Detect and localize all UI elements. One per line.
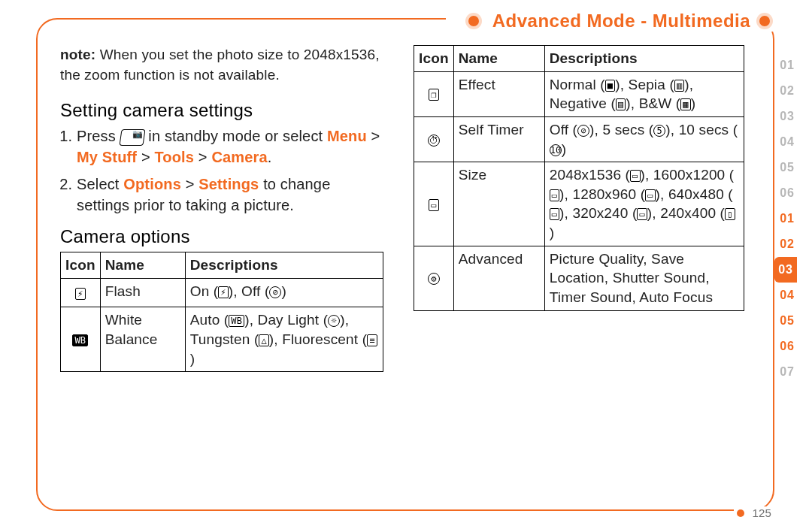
side-tab-01[interactable]: 01 bbox=[777, 53, 797, 78]
side-tab-06[interactable]: 06 bbox=[777, 180, 797, 206]
side-tab-01[interactable]: 01 bbox=[777, 206, 797, 231]
fx-neg-icon: ▤ bbox=[616, 98, 626, 110]
cell-icon: ❐ bbox=[414, 71, 454, 116]
dot-icon bbox=[759, 16, 770, 26]
table-row: ❐EffectNormal (■), Sepia (▥), Negative (… bbox=[414, 71, 744, 116]
wb-icon: WB bbox=[72, 334, 88, 346]
side-tab-05[interactable]: 05 bbox=[777, 308, 797, 334]
sz-240-icon: ▯ bbox=[725, 208, 735, 220]
cell-name: Self Timer bbox=[453, 116, 544, 162]
table-row: ⚡FlashOn (⚡), Off (⊘) bbox=[61, 278, 383, 307]
sz-320-icon: ▭ bbox=[637, 208, 647, 220]
cell-name: Advanced bbox=[453, 246, 544, 310]
size-icon: ▭ bbox=[429, 199, 438, 211]
dot-icon bbox=[737, 509, 744, 517]
fx-norm-icon: ■ bbox=[605, 80, 615, 92]
step-1: Press in standby mode or select Menu > M… bbox=[77, 125, 383, 168]
timer-icon: ⏱ bbox=[428, 135, 440, 147]
cell-desc: On (⚡), Off (⊘) bbox=[185, 278, 383, 307]
side-tab-04[interactable]: 04 bbox=[777, 129, 797, 155]
wb-auto-icon: WB bbox=[229, 315, 244, 327]
footer: 125 bbox=[734, 506, 774, 519]
sz-640-icon: ▭ bbox=[550, 208, 559, 220]
cell-name: Effect bbox=[453, 71, 544, 116]
th-name: Name bbox=[100, 252, 185, 279]
heading-setting-camera: Setting camera settings bbox=[60, 100, 383, 121]
camera-options-table-2: Icon Name Descriptions ❐EffectNormal (■)… bbox=[414, 45, 744, 311]
th-name: Name bbox=[453, 46, 544, 72]
cell-icon: ⚡ bbox=[61, 278, 101, 307]
cell-name: White Balance bbox=[100, 307, 185, 372]
th-desc: Descriptions bbox=[185, 252, 383, 279]
note-body: When you set the photo size to 2048x1536… bbox=[60, 47, 380, 83]
th-icon: Icon bbox=[414, 46, 454, 72]
side-tab-05[interactable]: 05 bbox=[777, 155, 797, 180]
side-tab-07[interactable]: 07 bbox=[777, 359, 797, 385]
gear-icon: ⚙ bbox=[428, 273, 440, 285]
right-column: Icon Name Descriptions ❐EffectNormal (■)… bbox=[414, 45, 744, 491]
left-column: note: When you set the photo size to 204… bbox=[60, 45, 383, 491]
side-tab-03[interactable]: 03 bbox=[777, 104, 797, 129]
t-off-icon: ⊘ bbox=[577, 125, 589, 137]
effect-icon: ❐ bbox=[429, 89, 438, 101]
th-icon: Icon bbox=[61, 252, 101, 279]
fx-sep-icon: ▥ bbox=[674, 80, 684, 92]
sz-1600-icon: ▭ bbox=[550, 189, 559, 201]
flash-off-icon: ⊘ bbox=[269, 286, 281, 298]
side-tab-03[interactable]: 03 bbox=[774, 257, 797, 283]
cell-desc: 2048x1536 (▭), 1600x1200 (▭), 1280x960 (… bbox=[544, 162, 744, 246]
camera-options-table: Icon Name Descriptions ⚡FlashOn (⚡), Off… bbox=[60, 252, 383, 372]
wb-fluo-icon: ≡ bbox=[367, 334, 377, 346]
cell-name: Flash bbox=[100, 278, 185, 307]
step-2: Select Options > Settings to change sett… bbox=[77, 174, 383, 216]
table-row: ⏱Self TimerOff (⊘), 5 secs (5), 10 secs … bbox=[414, 116, 744, 162]
heading-camera-options: Camera options bbox=[60, 226, 383, 247]
note-label: note: bbox=[60, 47, 95, 62]
t-5-icon: 5 bbox=[653, 125, 665, 137]
side-tab-06[interactable]: 06 bbox=[777, 334, 797, 359]
table-row: ⚙AdvancedPicture Quality, Save Location,… bbox=[414, 246, 744, 310]
side-tabs: 01020304050601020304050607 bbox=[777, 53, 797, 385]
flash-icon: ⚡ bbox=[75, 288, 85, 300]
dot-icon bbox=[468, 16, 479, 26]
cell-desc: Off (⊘), 5 secs (5), 10 secs (10) bbox=[544, 116, 744, 162]
cell-name: Size bbox=[453, 162, 544, 246]
cell-desc: Normal (■), Sepia (▥), Negative (▤), B&W… bbox=[544, 71, 744, 116]
wb-tung-icon: △ bbox=[259, 334, 268, 346]
fx-bw-icon: ▦ bbox=[680, 98, 690, 110]
side-tab-02[interactable]: 02 bbox=[777, 231, 797, 257]
cell-icon: ⏱ bbox=[414, 116, 454, 162]
t-10-icon: 10 bbox=[550, 144, 562, 156]
wb-day-icon: ☼ bbox=[328, 315, 340, 327]
table-row: WBWhite BalanceAuto (WB), Day Light (☼),… bbox=[61, 307, 383, 372]
cell-icon: ⚙ bbox=[414, 246, 454, 310]
cell-icon: WB bbox=[61, 307, 101, 372]
section-header: Advanced Mode - Multimedia bbox=[446, 11, 774, 32]
cell-icon: ▭ bbox=[414, 162, 454, 246]
page-number: 125 bbox=[752, 506, 771, 519]
sz-2048-icon: ▭ bbox=[630, 170, 640, 182]
side-tab-04[interactable]: 04 bbox=[777, 283, 797, 308]
camera-key-icon bbox=[119, 129, 145, 146]
side-tab-02[interactable]: 02 bbox=[777, 78, 797, 104]
cell-desc: Auto (WB), Day Light (☼), Tungsten (△), … bbox=[185, 307, 383, 372]
note-block: note: When you set the photo size to 204… bbox=[60, 45, 383, 85]
table-row: ▭Size2048x1536 (▭), 1600x1200 (▭), 1280x… bbox=[414, 162, 744, 246]
sz-1280-icon: ▭ bbox=[645, 189, 655, 201]
section-title: Advanced Mode - Multimedia bbox=[492, 11, 750, 32]
cell-desc: Picture Quality, Save Location, Shutter … bbox=[544, 246, 744, 310]
th-desc: Descriptions bbox=[544, 46, 744, 72]
flash-on-icon: ⚡ bbox=[218, 286, 228, 298]
